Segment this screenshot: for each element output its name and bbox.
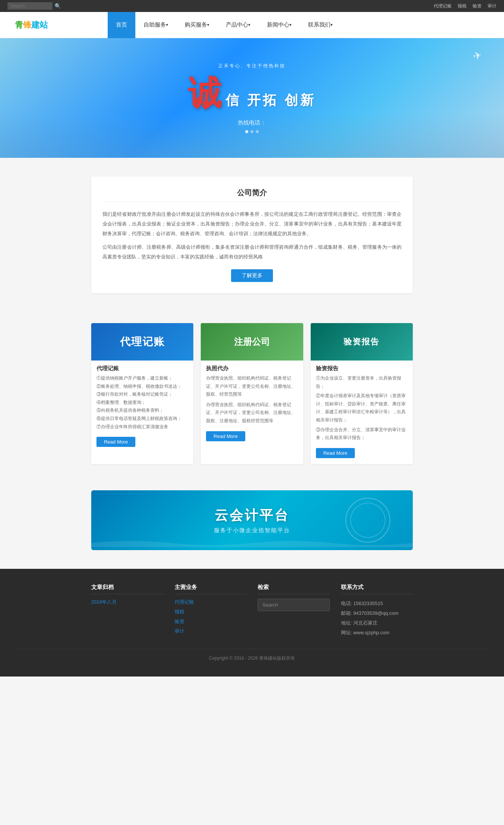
banner-buildings [0,113,504,158]
service-text-2: 办理营业执照、组织机构代码证、税务登记证、开户许可证，变更公司名称、注册地址、股… [201,374,303,429]
read-more-button-1[interactable]: Read More [96,437,135,447]
footer-email: 邮箱: 943703539@qq.com [341,608,413,618]
footer-archive-title: 文章归档 [91,584,163,594]
service-card-register: 注册公司 执照代办 办理营业执照、组织机构代码证、税务登记证、开户许可证，变更公… [201,323,303,464]
footer-contact-title: 联系方式 [341,584,413,594]
top-search-input[interactable] [7,2,52,10]
service-img-audit: 验资报告 [311,323,413,361]
nav-home[interactable]: 首页 [108,12,135,38]
footer-address: 地址: 河北石家庄 [341,618,413,628]
banner-subtitle-top: 正禾专心、专注于绝热科技 [188,63,316,69]
footer-copyright: Copyright © 2016 - 2026 青锋建站版权所有 [15,649,489,662]
footer-grid: 文章归档 2019年八月 主营业务 代理记账 报税 验资 审计 检索 联系方式 … [91,584,413,638]
hero-banner: ✈ 正禾专心、专注于绝热科技 诚 信 开拓 创新 热线电话： [0,38,504,158]
logo-text: 青锋建站 [15,19,48,31]
banner-tagline: 信 开拓 创新 [225,91,316,110]
services-grid: 代理记账 代理记账 ①提供纳税账户开户服务，建立新账； ②账务处理、纳税申报、税… [91,323,413,464]
banner-headline: 诚 信 开拓 创新 [188,71,316,116]
toplink-baoshui[interactable]: 报税 [458,3,467,9]
service-title-3: 验资报告 [311,361,413,374]
footer-service-audit[interactable]: 审计 [175,628,247,635]
nav-products[interactable]: 产品中心 [218,12,259,38]
nav-news[interactable]: 新闻中心 [259,12,300,38]
toplink-daili[interactable]: 代理记账 [434,3,452,9]
footer-service-accounting[interactable]: 代理记账 [175,599,247,605]
footer-archive-aug2019[interactable]: 2019年八月 [91,599,163,605]
company-section-title: 公司简介 [102,188,402,202]
cloud-banner-section: 云会计平台 服务于小微企业佰智能平台 [0,475,504,569]
footer-col-services: 主营业务 代理记账 报税 验资 审计 [175,584,247,638]
service-text-1: ①提供纳税账户开户服务，建立新账； ②账务处理、纳税申报、税收缴款书送达； ③银… [91,374,193,435]
main-nav: 首页 自助服务 购买服务 产品中心 新闻中心 联系我们 [108,12,341,38]
service-card-accounting: 代理记账 代理记账 ①提供纳税账户开户服务，建立新账； ②账务处理、纳税申报、税… [91,323,193,464]
company-text-1: 我们是经省财政厅批准开由注册会计师发起设立的特殊合伙会计师事务所，按公司法的规定… [102,209,402,239]
toplink-yanzi[interactable]: 验资 [473,3,482,9]
service-title-2: 执照代办 [201,361,303,374]
read-more-button-2[interactable]: Read More [206,431,245,441]
nav-contact[interactable]: 联系我们 [300,12,341,38]
footer-search-title: 检索 [258,584,330,594]
plane-icon: ✈ [471,49,483,63]
cloud-banner-subtitle: 服务于小微企业佰智能平台 [214,527,290,534]
nav-buy-service[interactable]: 购买服务 [176,12,218,38]
footer-phone: 电话: 15632335515 [341,599,413,608]
cloud-banner: 云会计平台 服务于小微企业佰智能平台 [91,490,413,550]
read-more-button-3[interactable]: Read More [316,448,355,458]
company-intro-card: 公司简介 我们是经省财政厅批准开由注册会计师发起设立的特殊合伙会计师事务所，按公… [91,177,413,293]
site-header: 青锋建站 首页 自助服务 购买服务 产品中心 新闻中心 联系我们 [0,12,504,38]
top-search-button[interactable]: 🔍 [55,3,61,9]
cloud-wave [91,539,413,550]
site-footer: 文章归档 2019年八月 主营业务 代理记账 报税 验资 审计 检索 联系方式 … [0,569,504,677]
top-bar-search-area: 🔍 [7,2,61,10]
cloud-circles [345,498,390,543]
service-img-accounting: 代理记账 [91,323,193,361]
nav-self-service[interactable]: 自助服务 [135,12,176,38]
service-img-text-1: 代理记账 [120,335,165,349]
services-section: 代理记账 代理记账 ①提供纳税账户开户服务，建立新账； ②账务处理、纳税申报、税… [0,312,504,475]
toplink-shenji[interactable]: 审计 [488,3,497,9]
footer-service-audit-report[interactable]: 验资 [175,618,247,625]
footer-search-area [258,599,330,611]
footer-website: 网址: www.sjzphp.com [341,628,413,638]
site-logo: 青锋建站 [15,19,48,31]
learn-more-button[interactable]: 了解更多 [231,269,273,282]
footer-col-search: 检索 [258,584,330,638]
service-title-1: 代理记账 [91,361,193,374]
service-card-audit: 验资报告 验资报告 ①为企业设立、变更注册资本，出具验资报告； ②年度会计报表审… [311,323,413,464]
cloud-banner-title: 云会计平台 [215,506,289,525]
banner-big-char: 诚 [188,71,222,116]
company-text-2: 公司由注册会计师、注册税务师、高级会计师领衔，集多名资深注册会计师和管理咨询师通… [102,242,402,262]
footer-search-input[interactable] [258,599,330,611]
footer-services-title: 主营业务 [175,584,247,594]
top-bar-links: 代理记账 报税 验资 审计 [434,3,497,9]
footer-col-contact: 联系方式 电话: 15632335515 邮箱: 943703539@qq.co… [341,584,413,638]
footer-service-tax[interactable]: 报税 [175,608,247,615]
service-text-3: ①为企业设立、变更注册资本，出具验资报告； ②年度会计报表审计及其他专项审计（资… [311,374,413,446]
top-bar: 🔍 代理记账 报税 验资 审计 [0,0,504,12]
company-section: 公司简介 我们是经省财政厅批准开由注册会计师发起设立的特殊合伙会计师事务所，按公… [0,158,504,312]
footer-col-archive: 文章归档 2019年八月 [91,584,163,638]
service-img-register: 注册公司 [201,323,303,361]
service-img-text-2: 注册公司 [234,336,270,348]
